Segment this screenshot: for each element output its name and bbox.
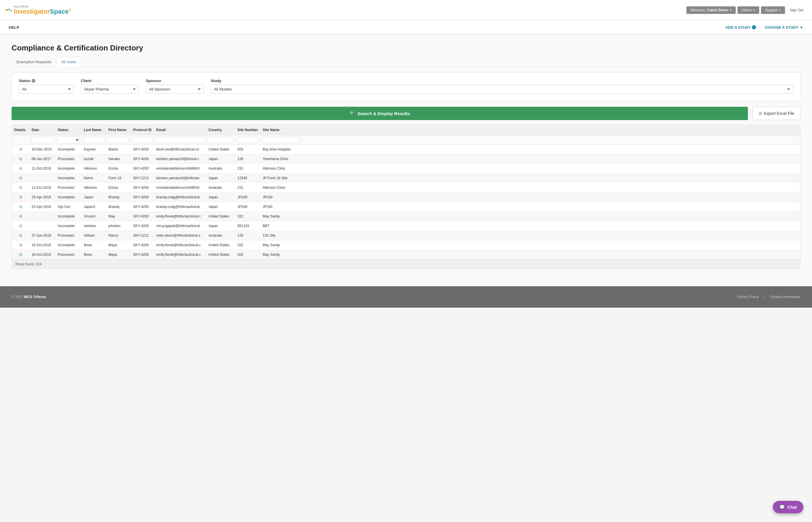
row-protocol: SKY-4200 [131, 250, 154, 260]
filter-sitename-input[interactable] [262, 137, 299, 143]
page-footer: © 2022 WCG Trifecta Privacy Policy | Con… [0, 286, 812, 308]
filter-row: Status ? All Incomplete Processed Opt Ou… [19, 79, 793, 94]
support-label: Support [765, 8, 777, 12]
row-firstname: Maya [106, 240, 131, 250]
signout-link[interactable]: Sign Out [787, 6, 806, 14]
privacy-link[interactable]: Privacy Policy [737, 295, 759, 299]
row-lastname: Adham [81, 231, 106, 240]
row-country: Australia [206, 183, 235, 193]
row-country: United States [206, 212, 235, 221]
row-sitename: JP100 [260, 202, 301, 212]
filter-sitenum-input[interactable] [237, 137, 259, 143]
tab-all-users[interactable]: All Users [56, 57, 81, 67]
row-status: Incomplete [55, 174, 81, 183]
gear-icon[interactable]: ⚙ [19, 185, 23, 190]
gear-icon[interactable]: ⚙ [19, 195, 23, 200]
row-sitename: JP Form 16 Site [260, 174, 301, 183]
gear-icon[interactable]: ⚙ [19, 243, 23, 247]
dot-green [11, 10, 12, 11]
admin-label: Admin [742, 8, 751, 12]
filter-status-select[interactable]: Incomplete Processed Opt Out [57, 136, 80, 143]
row-details-cell: ⚙ [12, 164, 29, 174]
table-row: ⚙ 10-Dec-2015 Incomplete Kaymer Martin S… [12, 145, 800, 154]
row-status: Incomplete [55, 221, 81, 231]
row-email: kentaro.yamauchi@icloud.c [154, 154, 206, 164]
gear-icon[interactable]: ⚙ [19, 166, 23, 171]
row-lastname: Japan2 [81, 202, 106, 212]
table-row: ⚙ 11-Oct-2018 Incomplete Atkinson Ericka… [12, 164, 800, 174]
nav-left: HELP [9, 21, 19, 34]
row-sitename: May Sanity [260, 212, 301, 221]
row-firstname: Maya [106, 250, 131, 260]
client-select[interactable]: Skylar Pharma [81, 85, 139, 94]
gear-icon[interactable]: ⚙ [19, 252, 23, 257]
row-email: erickatestaktkinson3448643 [154, 183, 206, 193]
gear-icon[interactable]: ⚙ [19, 176, 23, 180]
filter-country-cell [206, 135, 235, 145]
gear-icon[interactable]: ⚙ [19, 147, 23, 152]
table-row: ⚙ 22-Apr-2019 Opt Out Japan2 Brandy SKY-… [12, 202, 800, 212]
gear-icon[interactable]: ⚙ [19, 233, 23, 238]
filter-firstname-input[interactable] [108, 137, 129, 143]
search-button[interactable]: 🔍 Search & Display Results [12, 107, 748, 120]
row-sitenum: 322 [235, 212, 260, 221]
welcome-dropdown[interactable]: Welcome, Calvin Demo ▼ [686, 6, 736, 14]
export-label: Export Excel File [764, 111, 794, 116]
export-button[interactable]: ⊙ Export Excel File [753, 107, 800, 120]
gear-icon[interactable]: ⚙ [19, 157, 23, 161]
filter-date-input[interactable] [31, 137, 54, 143]
tab-exemption-requests[interactable]: Exemption Requests [12, 57, 56, 66]
row-extra [301, 145, 800, 154]
row-status: Processed [55, 250, 81, 260]
row-date: 11-Oct-2018 [29, 183, 55, 193]
row-date [29, 212, 55, 221]
status-select[interactable]: All Incomplete Processed Opt Out [19, 85, 74, 94]
welcome-arrow: ▼ [729, 9, 732, 12]
row-sitename: Atkinson Clinic [260, 183, 301, 193]
row-lastname: wicktwo [81, 221, 106, 231]
contact-link[interactable]: Contact Information [770, 295, 800, 299]
row-lastname: Kaymer [81, 145, 106, 154]
row-firstname: Brandy [106, 202, 131, 212]
gear-icon[interactable]: ⚙ [19, 214, 23, 219]
row-date: 06-Jan-2017 [29, 154, 55, 164]
support-dropdown[interactable]: Support ▼ [761, 6, 785, 14]
study-label: Study [211, 79, 793, 83]
row-firstname: Nancy [106, 231, 131, 240]
table-row: ⚙ Incomplete wicktwo johntwo SKY-4200 mi… [12, 221, 800, 231]
row-details-cell: ⚙ [12, 240, 29, 250]
filter-group-study: Study All Studies [211, 79, 793, 94]
row-country: Japan [206, 221, 235, 231]
row-email: erickatestaktkinson3448643 [154, 164, 206, 174]
rows-found-label: Rows found: [15, 262, 36, 266]
sponsor-select[interactable]: All Sponsors [146, 85, 204, 94]
dot-blue [8, 9, 10, 10]
gear-icon[interactable]: ⚙ [19, 204, 23, 209]
col-header-country: Country [206, 125, 235, 135]
row-sitenum: 126 [235, 231, 260, 240]
choose-study-dropdown[interactable]: CHOOSE A STUDY ▼ [765, 25, 803, 29]
admin-dropdown[interactable]: Admin ▼ [737, 6, 759, 14]
row-sitename: May Sanity [260, 250, 301, 260]
row-sitename: May Sanity [260, 240, 301, 250]
add-study-button[interactable]: ADD A STUDY i [725, 25, 756, 29]
admin-arrow: ▼ [753, 9, 755, 12]
gear-icon[interactable]: ⚙ [19, 224, 23, 228]
row-details-cell: ⚙ [12, 183, 29, 193]
nav-help-link[interactable]: HELP [9, 21, 19, 34]
study-select[interactable]: All Studies [211, 85, 793, 94]
filter-protocol-input[interactable] [133, 137, 152, 143]
filter-country-input[interactable] [208, 137, 234, 143]
add-study-label: ADD A STUDY [725, 25, 751, 29]
filter-lastname-input[interactable] [83, 137, 104, 143]
export-icon: ⊙ [759, 111, 762, 116]
table-row: ⚙ 16-Oct-2019 Processed Beea Maya SKY-42… [12, 250, 800, 260]
table-row: ⚙ 27-Jun-2019 Processed Adham Nancy SKY-… [12, 231, 800, 240]
table-row: ⚙ 11-Oct-2018 Processed Atkinson Ericka … [12, 183, 800, 193]
row-firstname: May [106, 212, 131, 221]
row-extra [301, 183, 800, 193]
filter-email-input[interactable] [156, 137, 204, 143]
col-header-extra [301, 125, 800, 135]
row-country: Japan [206, 202, 235, 212]
row-sitename: Bay Area Hospital [260, 145, 301, 154]
